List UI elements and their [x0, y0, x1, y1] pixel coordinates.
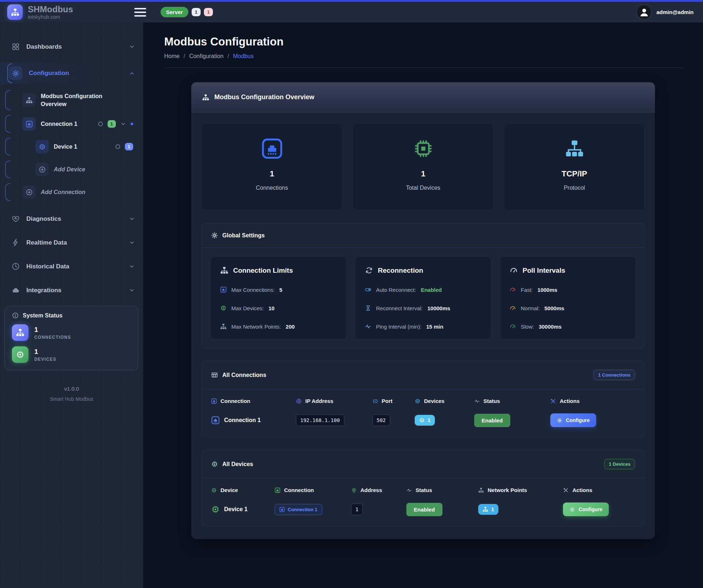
- heart-pulse-icon: [12, 215, 20, 223]
- address-value: 1: [351, 504, 363, 515]
- column-header: Devices: [415, 398, 474, 404]
- sidebar-item-integrations[interactable]: Integrations: [0, 282, 143, 299]
- gear-icon-chip: [9, 66, 22, 80]
- connection-limits-card: Connection Limits Max Connections: 5 Max…: [210, 256, 346, 339]
- setting-label: Ping Interval (min):: [376, 324, 422, 330]
- sidebar-item-label: Modbus Configuration Overview: [41, 92, 106, 108]
- sidebar-item-connection-1[interactable]: Connection 1 1: [0, 114, 143, 133]
- connection-link-badge[interactable]: Connection 1: [275, 504, 322, 515]
- ethernet-icon: [211, 416, 220, 425]
- status-enabled-button[interactable]: Enabled: [406, 503, 442, 516]
- user-menu[interactable]: admin@admin: [637, 5, 694, 19]
- setting-row: Reconnect Interval: 10000ms: [365, 305, 481, 311]
- all-connections-section: All Connections 1 Connections Connection…: [201, 361, 645, 438]
- poll-intervals-card: Poll Intervals Fast: 1000ms Normal: 5000…: [500, 256, 636, 339]
- setting-label: Slow:: [521, 324, 534, 330]
- setting-value: 10000ms: [427, 305, 450, 311]
- sidebar-item-label: Realtime Data: [26, 239, 67, 246]
- sidebar-item-dashboards[interactable]: Dashboards: [0, 38, 143, 55]
- setting-value: 10: [268, 305, 275, 311]
- sidebar-item-historical-data[interactable]: Historical Data: [0, 258, 143, 275]
- setting-label: Fast:: [521, 287, 533, 293]
- setting-row: Max Connections: 5: [220, 286, 337, 293]
- hamburger-icon: [134, 8, 146, 9]
- table-icon: [211, 372, 218, 378]
- chip-icon: [220, 305, 227, 311]
- map-pin-icon: [351, 487, 357, 493]
- device-count-badge: 1: [125, 143, 133, 150]
- modbus-overview-panel: Modbus Configuration Overview 1 Connecti…: [191, 82, 655, 539]
- configure-device-button[interactable]: Configure: [563, 503, 609, 516]
- sync-icon: [365, 266, 373, 275]
- column-header: Device: [211, 487, 275, 493]
- brand[interactable]: SHModbus iotskyhub.com: [7, 4, 134, 20]
- sidebar-item-label: Integrations: [26, 287, 61, 294]
- topbar-devices-count-badge: 1: [204, 8, 213, 16]
- breadcrumb-separator: /: [184, 53, 185, 60]
- toggle-icon: [365, 286, 371, 293]
- gauge-icon: [510, 305, 516, 311]
- sidebar-item-add-connection[interactable]: Add Connection: [0, 183, 143, 202]
- card-value: TCP/IP: [562, 169, 587, 179]
- notification-dot: [131, 123, 133, 125]
- connections-summary-card: 1 Connections: [201, 123, 342, 211]
- devices-count-badge: 1: [415, 415, 435, 426]
- device-name: Device 1: [224, 506, 248, 513]
- configure-connection-button[interactable]: Configure: [550, 413, 596, 427]
- sidebar-item-diagnostics[interactable]: Diagnostics: [0, 210, 143, 227]
- breadcrumb-configuration[interactable]: Configuration: [189, 53, 223, 60]
- card-label: Total Devices: [406, 185, 440, 191]
- sidebar-item-realtime-data[interactable]: Realtime Data: [0, 234, 143, 251]
- status-devices-stat: 1 DEVICES: [12, 346, 131, 363]
- connections-table-header: Connection IP Address Port Devices: [202, 389, 645, 410]
- chip-icon: [415, 398, 420, 404]
- sidebar-item-configuration[interactable]: Configuration: [0, 62, 143, 84]
- column-header: Port: [372, 398, 415, 404]
- sidebar-item-label: Add Device: [54, 166, 85, 173]
- sidebar-item-device-1[interactable]: Device 1 1: [0, 137, 143, 156]
- ethernet-icon: [211, 398, 217, 404]
- ethernet-icon: [279, 507, 285, 512]
- network-points-badge: 1: [478, 504, 498, 515]
- system-status-title: System Status: [23, 312, 62, 319]
- section-title: All Devices: [222, 461, 253, 468]
- avatar: [637, 5, 651, 19]
- sitemap-icon: [16, 328, 25, 337]
- card-title: Reconnection: [378, 267, 423, 275]
- card-title: Poll Intervals: [523, 267, 565, 275]
- app-version: v1.0.0: [0, 386, 143, 392]
- brand-title: SHModbus: [28, 5, 73, 14]
- devices-summary-card: 1 Total Devices: [353, 123, 494, 211]
- setting-value: 5000ms: [545, 305, 564, 311]
- breadcrumb-home[interactable]: Home: [164, 53, 180, 60]
- sidebar-item-modbus-overview[interactable]: Modbus Configuration Overview: [0, 89, 143, 111]
- chevron-down-icon: [129, 240, 135, 245]
- server-badge[interactable]: Server: [161, 7, 188, 17]
- column-header: Connection: [211, 398, 296, 404]
- chip-icon-chip: [12, 346, 29, 363]
- gauge-icon: [510, 323, 516, 330]
- sitemap-icon: [565, 137, 584, 161]
- connections-count-pill: 1 Connections: [593, 370, 635, 380]
- panel-header: Modbus Configuration Overview: [191, 82, 655, 113]
- gear-icon: [557, 418, 562, 423]
- tools-icon: [550, 398, 556, 404]
- sitemap-icon: [26, 97, 33, 104]
- sidebar-item-add-device[interactable]: Add Device: [0, 160, 143, 179]
- setting-label: Auto Reconnect:: [376, 287, 416, 293]
- main-content: Modbus Configuration Home / Configuratio…: [143, 22, 703, 588]
- menu-toggle-button[interactable]: [134, 8, 146, 17]
- connections-label: CONNECTIONS: [34, 335, 71, 340]
- setting-label: Max Network Points:: [231, 324, 281, 330]
- column-header: Connection: [275, 487, 351, 493]
- setting-row: Normal: 5000ms: [510, 305, 626, 311]
- ethernet-icon: [220, 286, 227, 293]
- chevron-down-icon: [129, 264, 135, 269]
- status-enabled-button[interactable]: Enabled: [474, 414, 510, 427]
- port-icon: [372, 398, 378, 404]
- tools-icon: [563, 487, 569, 493]
- gear-icon: [211, 232, 218, 239]
- ethernet-icon: [26, 120, 33, 128]
- card-value: 1: [270, 169, 274, 179]
- breadcrumb: Home / Configuration / Modbus: [164, 53, 684, 60]
